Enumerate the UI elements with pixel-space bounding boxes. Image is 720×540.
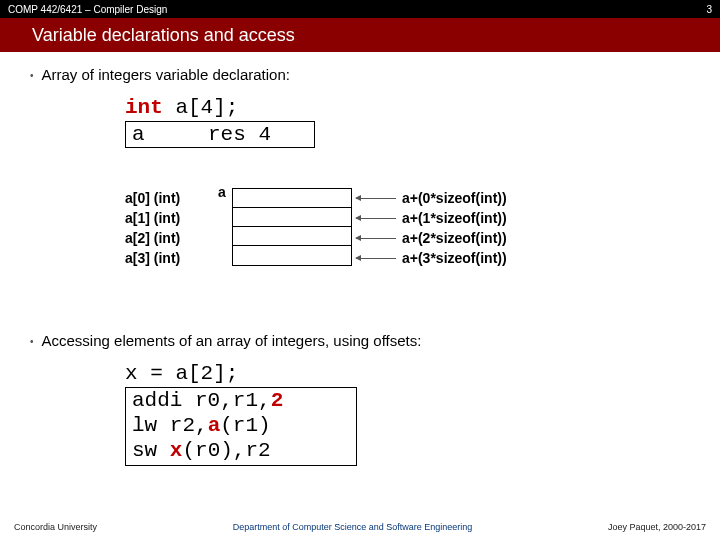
slide: COMP 442/6421 – Compiler Design 3 Variab… (0, 0, 720, 540)
asm-line-1: addi r0,r1,2 (132, 388, 350, 413)
asm-text: lw r2, (132, 414, 208, 437)
asm-line-2: lw r2,a(r1) (132, 413, 350, 438)
diagram-left-labels: a[0] (int) a[1] (int) a[2] (int) a[3] (i… (125, 188, 180, 268)
asm-symbol-a: a (208, 414, 221, 437)
memory-diagram: a[0] (int) a[1] (int) a[2] (int) a[3] (i… (30, 182, 720, 286)
page-number: 3 (706, 4, 712, 15)
diagram-a-label: a (218, 184, 226, 200)
arrow-left-icon (356, 198, 396, 199)
asm-text: (r1) (220, 414, 270, 437)
footer-mid: Department of Computer Science and Softw… (233, 522, 473, 532)
diagram-arrows: a+(0*sizeof(int)) a+(1*sizeof(int)) a+(2… (356, 188, 507, 268)
code-line-src: x = a[2]; (125, 362, 720, 385)
bullet-dot-icon: • (30, 332, 34, 352)
mem-cell (233, 189, 351, 208)
arrow-row: a+(3*sizeof(int)) (356, 248, 507, 268)
res-directive-row: a res 4 (125, 121, 315, 148)
arrow-row: a+(2*sizeof(int)) (356, 228, 507, 248)
arrow-left-icon (356, 258, 396, 259)
bullet-array-decl: • Array of integers variable declaration… (30, 66, 720, 86)
section-access: • Accessing elements of an array of inte… (30, 332, 720, 466)
offset-3: a+(3*sizeof(int)) (402, 250, 507, 266)
arr-idx-2: a[2] (int) (125, 228, 180, 248)
bullet-text-2: Accessing elements of an array of intege… (42, 332, 422, 349)
asm-symbol-x: x (170, 439, 183, 462)
res-name: a (126, 122, 188, 147)
footer-right: Joey Paquet, 2000-2017 (608, 522, 706, 532)
asm-text: sw (132, 439, 170, 462)
arrow-row: a+(0*sizeof(int)) (356, 188, 507, 208)
slide-title: Variable declarations and access (32, 25, 295, 46)
asm-text: addi r0,r1, (132, 389, 271, 412)
res-code: res 4 (188, 122, 314, 147)
bullet-text-1: Array of integers variable declaration: (42, 66, 290, 83)
memory-block (232, 188, 352, 266)
bullet-dot-icon: • (30, 66, 34, 86)
decl-rest: a[4]; (163, 96, 239, 119)
arr-idx-1: a[1] (int) (125, 208, 180, 228)
offset-2: a+(2*sizeof(int)) (402, 230, 507, 246)
arrow-row: a+(1*sizeof(int)) (356, 208, 507, 228)
offset-1: a+(1*sizeof(int)) (402, 210, 507, 226)
slide-title-bar: Variable declarations and access (0, 18, 720, 52)
asm-box: addi r0,r1,2 lw r2,a(r1) sw x(r0),r2 (125, 387, 357, 466)
footer-left: Concordia University (14, 522, 97, 532)
header-bar: COMP 442/6421 – Compiler Design 3 (0, 0, 720, 18)
mem-cell (233, 246, 351, 265)
code-access-block: x = a[2]; addi r0,r1,2 lw r2,a(r1) sw x(… (125, 362, 720, 466)
course-code: COMP 442/6421 – Compiler Design (8, 4, 167, 15)
arr-idx-3: a[3] (int) (125, 248, 180, 268)
mem-cell (233, 227, 351, 246)
keyword-int: int (125, 96, 163, 119)
asm-line-3: sw x(r0),r2 (132, 438, 350, 463)
code-declaration: int a[4]; (125, 96, 720, 119)
asm-text: (r0),r2 (182, 439, 270, 462)
asm-literal: 2 (271, 389, 284, 412)
arrow-left-icon (356, 238, 396, 239)
arr-idx-0: a[0] (int) (125, 188, 180, 208)
slide-body: • Array of integers variable declaration… (0, 52, 720, 540)
mem-cell (233, 208, 351, 227)
footer: Concordia University Department of Compu… (0, 522, 720, 532)
arrow-left-icon (356, 218, 396, 219)
bullet-access: • Accessing elements of an array of inte… (30, 332, 720, 352)
offset-0: a+(0*sizeof(int)) (402, 190, 507, 206)
